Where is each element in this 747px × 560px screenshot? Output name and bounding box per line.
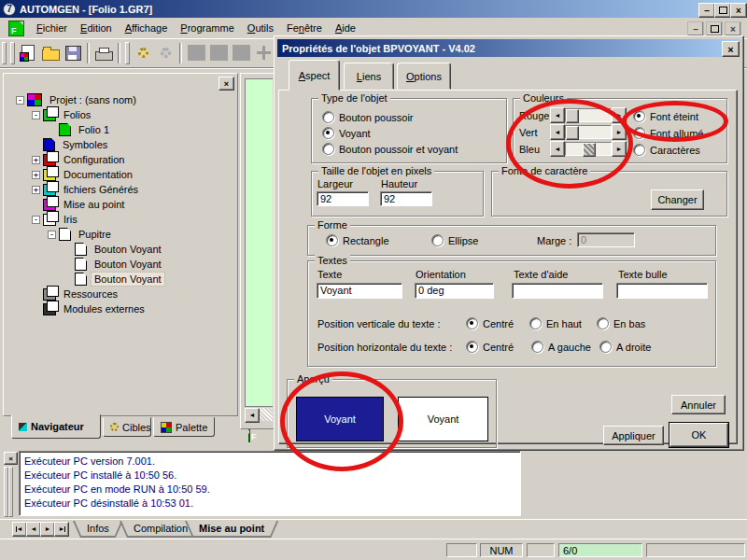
blue-slider-right-arrow[interactable]: ► [612, 141, 627, 157]
tab-palette[interactable]: Palette [153, 417, 215, 437]
radio-icon[interactable] [633, 127, 645, 139]
dialog-tab-options[interactable]: Options [397, 63, 451, 90]
dialog-tab-aspect[interactable]: Aspect [289, 60, 340, 91]
radio-icon[interactable] [466, 317, 478, 329]
gray-button-3[interactable] [230, 42, 252, 64]
tree-item-configuration[interactable]: +Configuration [6, 152, 235, 167]
radio-caracteres[interactable]: Caractères [633, 144, 700, 156]
radio-font-eteint[interactable]: Font éteint [633, 110, 698, 122]
toolbar-grip[interactable] [125, 42, 130, 64]
menu-outils[interactable]: Outils [241, 20, 280, 36]
tab-mise-au-point[interactable]: Mise au point [185, 521, 278, 538]
child-minimize-button[interactable]: – [687, 21, 704, 36]
radio-icon[interactable] [466, 341, 478, 353]
tree-item-bouton-voyant[interactable]: Bouton Voyant [6, 242, 235, 257]
ok-button[interactable]: OK [669, 423, 728, 447]
height-input[interactable]: 92 [380, 191, 432, 206]
green-slider-right-arrow[interactable]: ► [612, 124, 627, 140]
blue-slider-thumb[interactable] [583, 143, 596, 157]
tab-navigateur[interactable]: Navigateur [11, 414, 101, 439]
expand-toggle[interactable]: + [32, 171, 40, 179]
expand-toggle[interactable]: - [16, 96, 24, 105]
new-folio-button[interactable] [17, 42, 39, 64]
compile-button[interactable] [132, 42, 154, 64]
close-button[interactable]: × [730, 3, 747, 18]
apply-button[interactable]: Appliquer [603, 426, 664, 445]
tree-item-fichiers-generes[interactable]: +fichiers Générés [6, 182, 235, 197]
dialog-close-button[interactable]: × [722, 41, 740, 57]
tab-cibles[interactable]: Cibles [103, 417, 151, 437]
radio-voyant[interactable]: Voyant [322, 127, 371, 139]
minimized-folio-icon[interactable] [248, 429, 250, 442]
tree-item-bouton-voyant-selected[interactable]: Bouton Voyant [6, 272, 235, 287]
expand-toggle[interactable]: - [32, 216, 40, 224]
print-button[interactable] [92, 42, 115, 64]
tree-item-ressources[interactable]: Ressources [6, 287, 235, 301]
toolbar-grip[interactable] [10, 42, 15, 64]
scroll-left-button[interactable]: ◄ [245, 408, 260, 423]
radio-bouton-poussoir[interactable]: Bouton poussoir [322, 111, 414, 123]
scrollbar-track[interactable] [260, 408, 273, 421]
horizontal-scrollbar[interactable]: ◄ [245, 408, 273, 421]
menu-edition[interactable]: Edition [74, 20, 119, 36]
tab-scroll-first-button[interactable]: ◄ [12, 522, 27, 537]
texte-bulle-input[interactable] [616, 283, 708, 299]
width-input[interactable]: 92 [317, 191, 369, 206]
folio-system-icon[interactable] [8, 21, 24, 36]
red-slider-left-arrow[interactable]: ◄ [550, 107, 565, 123]
tree-item-documentation[interactable]: +Documentation [6, 167, 235, 182]
radio-vertical-centre[interactable]: Centré [466, 317, 514, 329]
log-close-button[interactable]: × [4, 452, 18, 465]
radio-icon[interactable] [322, 127, 334, 139]
radio-en-bas[interactable]: En bas [597, 317, 645, 329]
dialog-tab-liens[interactable]: Liens [344, 63, 394, 90]
radio-icon[interactable] [531, 341, 543, 353]
save-button[interactable] [62, 42, 84, 64]
radio-icon[interactable] [431, 234, 444, 246]
minimize-button[interactable]: – [698, 3, 715, 18]
tree-item-modules-externes[interactable]: Modules externes [6, 301, 235, 316]
compile-all-button[interactable] [154, 42, 176, 64]
navigator-close-button[interactable]: × [218, 77, 234, 91]
green-slider-left-arrow[interactable]: ◄ [550, 124, 565, 140]
toolbar-grip[interactable] [2, 42, 7, 64]
radio-icon[interactable] [597, 317, 609, 329]
radio-ellipse[interactable]: Ellipse [431, 234, 478, 246]
gray-button-1[interactable] [185, 42, 207, 64]
radio-font-allume[interactable]: Font allumé [633, 127, 703, 139]
radio-bouton-poussoir-et-voyant[interactable]: Bouton poussoir et voyant [322, 143, 458, 155]
child-close-button[interactable]: × [725, 21, 741, 36]
tree-item-mise-au-point[interactable]: Mise au point [6, 197, 235, 212]
log-panel-grip[interactable] [8, 467, 13, 517]
tree-item-pupitre[interactable]: -Pupitre [6, 227, 235, 242]
green-slider-track[interactable] [565, 125, 612, 139]
radio-icon[interactable] [322, 111, 334, 123]
red-slider-thumb[interactable] [566, 109, 579, 123]
restore-button[interactable] [714, 3, 731, 18]
tree-item-iris[interactable]: -Iris [6, 212, 235, 227]
radio-icon[interactable] [599, 341, 612, 353]
blue-slider-track[interactable] [565, 142, 612, 156]
cancel-button[interactable]: Annuler [671, 395, 726, 414]
change-font-button[interactable]: Changer [651, 189, 704, 210]
radio-icon[interactable] [529, 317, 542, 329]
tab-infos[interactable]: Infos [73, 521, 123, 538]
blue-slider-left-arrow[interactable]: ◄ [550, 141, 565, 157]
tree-item-bouton-voyant[interactable]: Bouton Voyant [6, 257, 235, 272]
open-button[interactable] [39, 42, 62, 64]
green-slider-thumb[interactable] [566, 126, 579, 140]
expand-toggle[interactable]: - [48, 231, 56, 239]
orientation-input[interactable]: 0 deg [415, 283, 494, 299]
menu-fenetre[interactable]: Fenêtre [280, 20, 329, 36]
menu-fichier[interactable]: Fichier [30, 20, 74, 36]
radio-icon[interactable] [322, 143, 334, 155]
tree-item-projet[interactable]: -Projet : (sans nom) [6, 92, 235, 107]
tree-item-symboles[interactable]: Symboles [6, 137, 235, 152]
child-restore-button[interactable] [706, 21, 723, 36]
radio-icon[interactable] [633, 144, 645, 156]
radio-icon[interactable] [326, 234, 338, 246]
tab-scroll-right-button[interactable]: ► [40, 522, 55, 537]
radio-icon[interactable] [633, 110, 645, 122]
texte-aide-input[interactable] [512, 283, 603, 299]
folio-canvas[interactable] [245, 78, 273, 407]
